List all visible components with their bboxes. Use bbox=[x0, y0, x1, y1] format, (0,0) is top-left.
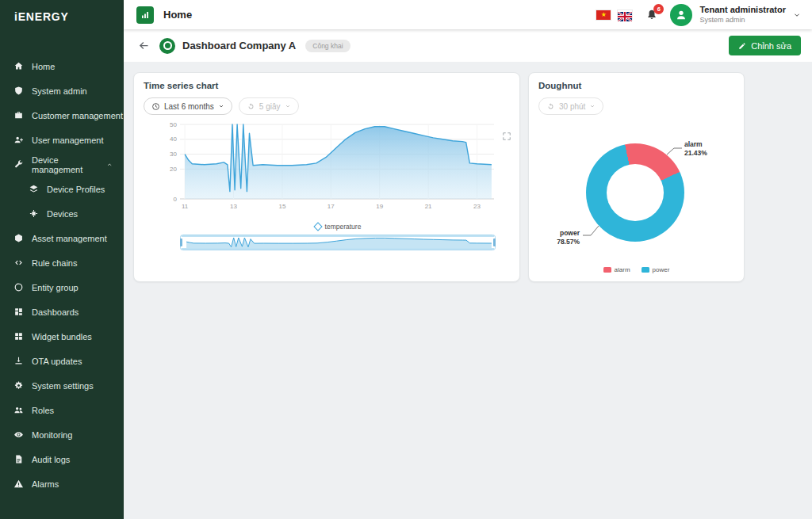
sidebar-item-user-management[interactable]: User management bbox=[0, 128, 124, 152]
user-menu-caret-icon[interactable] bbox=[793, 11, 801, 19]
globe-icon bbox=[13, 282, 24, 292]
svg-text:11: 11 bbox=[182, 203, 189, 210]
brand-logo[interactable]: iENERGY bbox=[0, 0, 124, 33]
back-button[interactable] bbox=[138, 40, 150, 52]
user-avatar[interactable] bbox=[670, 4, 692, 26]
sidebar-item-rule-chains[interactable]: Rule chains bbox=[0, 250, 124, 275]
dashboard-canvas: Time series chart Last 6 months 5 giây bbox=[124, 62, 812, 519]
timeseries-controls: Last 6 months 5 giây bbox=[144, 97, 510, 115]
user-role: System admin bbox=[699, 16, 786, 25]
layers-icon bbox=[29, 184, 39, 194]
wrench-icon bbox=[13, 159, 24, 170]
arrow-left-icon bbox=[138, 40, 150, 52]
user-meta: Tenant administrator System admin bbox=[699, 5, 786, 25]
page-title: Dashboard Company A bbox=[182, 40, 296, 52]
refresh-interval-button[interactable]: 30 phút bbox=[538, 97, 603, 115]
sidebar-item-devices[interactable]: Devices bbox=[0, 201, 124, 226]
sidebar-item-widget-bundles[interactable]: Widget bundles bbox=[0, 324, 124, 349]
timeseries-legend[interactable]: temperature bbox=[180, 223, 496, 231]
legend-item-power[interactable]: power bbox=[642, 266, 670, 273]
topbar-right: ★ 6 bbox=[596, 4, 801, 26]
timeseries-chart[interactable]: 02030405011131517192123 bbox=[158, 120, 499, 221]
chevron-down-icon bbox=[589, 103, 596, 109]
sidebar-item-label: Devices bbox=[47, 209, 78, 219]
series-name: temperature bbox=[325, 223, 362, 231]
sidebar-item-asset-management[interactable]: Asset management bbox=[0, 226, 124, 250]
refresh-interval-button[interactable]: 5 giây bbox=[239, 97, 299, 115]
svg-text:23: 23 bbox=[473, 203, 481, 210]
page-header: Dashboard Company A Công khai Chỉnh sửa bbox=[124, 29, 812, 62]
home-icon bbox=[13, 61, 24, 71]
user-name: Tenant administrator bbox=[699, 5, 786, 16]
sidebar-item-device-profiles[interactable]: Device Profiles bbox=[0, 177, 124, 201]
time-range-label: Last 6 months bbox=[164, 102, 214, 111]
sidebar-item-label: Audit logs bbox=[32, 455, 70, 464]
notifications-button[interactable]: 6 bbox=[645, 9, 658, 21]
chevron-down-icon bbox=[285, 103, 291, 109]
uk-flag-icon[interactable] bbox=[618, 10, 632, 20]
sidebar-item-device-management[interactable]: Device management bbox=[0, 152, 124, 177]
refresh-icon bbox=[546, 102, 555, 111]
sidebar-item-monitoring[interactable]: Monitoring bbox=[0, 422, 124, 447]
vietnam-flag-icon[interactable]: ★ bbox=[596, 10, 611, 20]
time-range-button[interactable]: Last 6 months bbox=[144, 97, 232, 115]
sidebar-item-customer-management[interactable]: Customer management bbox=[0, 103, 124, 128]
svg-text:21: 21 bbox=[425, 203, 432, 210]
visibility-badge: Công khai bbox=[305, 40, 350, 52]
sidebar-item-system-admin[interactable]: System admin bbox=[0, 78, 124, 103]
download-icon bbox=[13, 356, 24, 366]
topbar-title: Home bbox=[163, 9, 192, 21]
sidebar-item-alarms[interactable]: Alarms bbox=[0, 471, 124, 496]
svg-text:15: 15 bbox=[278, 203, 285, 210]
legend-label: alarm bbox=[615, 266, 630, 273]
legend-item-alarm[interactable]: alarm bbox=[603, 266, 630, 273]
sidebar-item-system-settings[interactable]: System settings bbox=[0, 373, 124, 398]
doughnut-legend: alarm power bbox=[529, 266, 744, 273]
slice-label-alarm: alarm 21.43% bbox=[684, 140, 732, 158]
svg-text:40: 40 bbox=[170, 135, 177, 143]
shield-icon bbox=[13, 86, 24, 96]
refresh-interval-label: 30 phút bbox=[559, 102, 585, 111]
doughnut-chart-area: alarm 21.43% power 78.57% bbox=[538, 116, 734, 253]
chevron-down-icon bbox=[218, 103, 224, 109]
svg-text:20: 20 bbox=[170, 166, 177, 173]
refresh-interval-label: 5 giây bbox=[259, 102, 281, 111]
svg-text:19: 19 bbox=[376, 203, 383, 210]
union-jack-icon bbox=[618, 12, 632, 21]
sidebar-item-label: Home bbox=[32, 62, 55, 71]
sidebar-item-ota-updates[interactable]: OTA updates bbox=[0, 349, 124, 373]
warning-icon bbox=[13, 479, 24, 489]
sidebar-item-label: Widget bundles bbox=[32, 332, 92, 342]
sidebar-item-dashboards[interactable]: Dashboards bbox=[0, 300, 124, 324]
fullscreen-button[interactable] bbox=[502, 132, 511, 141]
sidebar-item-label: Rule chains bbox=[32, 258, 77, 268]
svg-text:30: 30 bbox=[170, 151, 177, 158]
edit-button-label: Chỉnh sửa bbox=[751, 41, 791, 51]
sidebar: iENERGY HomeSystem adminCustomer managem… bbox=[0, 0, 124, 519]
clock-icon bbox=[151, 102, 160, 111]
sidebar-item-label: Device Profiles bbox=[47, 185, 105, 194]
code-icon bbox=[13, 258, 24, 268]
sidebar-item-label: Asset management bbox=[32, 234, 107, 243]
sidebar-item-home[interactable]: Home bbox=[0, 54, 124, 78]
chart-navigator[interactable] bbox=[180, 235, 510, 250]
topbar: Home ★ 6 bbox=[124, 0, 812, 29]
edit-button[interactable]: Chỉnh sửa bbox=[729, 36, 801, 55]
star-icon: ★ bbox=[601, 12, 607, 18]
legend-swatch-alarm bbox=[603, 267, 611, 273]
app-root: iENERGY HomeSystem adminCustomer managem… bbox=[0, 0, 812, 519]
sidebar-menu: HomeSystem adminCustomer managementUser … bbox=[0, 54, 124, 496]
sidebar-item-label: System admin bbox=[32, 86, 87, 96]
svg-text:50: 50 bbox=[170, 121, 177, 128]
sidebar-item-label: Monitoring bbox=[32, 430, 72, 440]
sidebar-item-audit-logs[interactable]: Audit logs bbox=[0, 447, 124, 471]
sidebar-item-roles[interactable]: Roles bbox=[0, 398, 124, 422]
doughnut-chart[interactable] bbox=[586, 143, 684, 242]
dashboard-group-icon bbox=[159, 38, 175, 54]
sidebar-item-label: Entity group bbox=[32, 283, 79, 292]
bar-chart-icon bbox=[140, 10, 150, 20]
sidebar-item-label: System settings bbox=[32, 381, 94, 391]
chip-icon bbox=[29, 208, 39, 219]
home-app-icon[interactable] bbox=[136, 6, 154, 24]
sidebar-item-entity-group[interactable]: Entity group bbox=[0, 275, 124, 300]
